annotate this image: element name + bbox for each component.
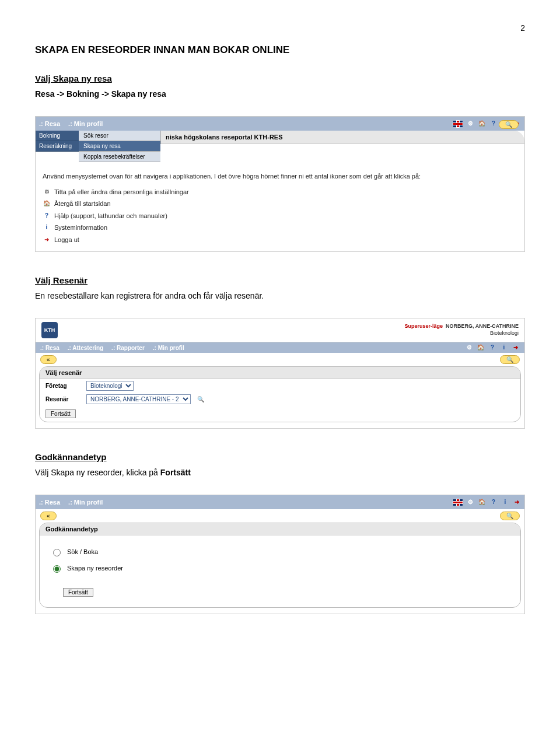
user-meta: Superuser-läge NORBERG, ANNE-CATHRINE Bi…: [404, 323, 519, 337]
nav-resa[interactable]: .: Resa: [39, 120, 60, 127]
submenu: Sök resor Skapa ny resa Koppla resebekrä…: [79, 131, 160, 162]
settings-icon[interactable]: ⚙: [466, 120, 474, 127]
left-chip[interactable]: «: [40, 355, 57, 364]
nav-resa[interactable]: .: Resa: [40, 345, 60, 351]
help-icon[interactable]: ?: [489, 499, 498, 506]
settings-icon[interactable]: ⚙: [465, 344, 473, 351]
panel-title: Godkännandetyp: [40, 523, 520, 535]
flag-uk-icon[interactable]: [453, 499, 463, 506]
help-icon: ?: [43, 212, 51, 219]
nav-rapporter[interactable]: .: Rapporter: [111, 345, 145, 351]
help-item-5: Logga ut: [54, 235, 79, 245]
fortsatt-button[interactable]: Fortsätt: [46, 409, 76, 418]
screenshot-1: .: Resa .: Min profil ⚙ 🏠 ? i ➜ Bokning …: [35, 116, 525, 252]
label-resenar: Resenär: [46, 396, 80, 402]
submenu-koppla[interactable]: Koppla resebekräftelser: [79, 152, 160, 162]
submenu-skapa-ny-resa[interactable]: Skapa ny resa: [79, 141, 160, 152]
home-icon[interactable]: 🏠: [478, 120, 486, 127]
nav-min-profil[interactable]: .: Min profil: [68, 499, 103, 506]
nav-min-profil[interactable]: .: Min profil: [68, 120, 103, 127]
info-icon: i: [43, 224, 51, 231]
select-resenar[interactable]: NORBERG, ANNE-CATHRINE - 2: [86, 394, 191, 404]
panel-title: Välj resenär: [40, 367, 520, 379]
label-foretag: Företag: [46, 383, 80, 389]
home-icon[interactable]: 🏠: [478, 499, 486, 506]
section-1-heading: Välj Skapa ny resa: [35, 73, 525, 83]
home-icon: 🏠: [43, 200, 51, 207]
nav-bar: .: Resa .: Attestering .: Rapporter .: M…: [36, 342, 524, 353]
help-item-4: Systeminformation: [54, 223, 107, 233]
right-chip[interactable]: 🔍: [500, 512, 520, 520]
home-icon[interactable]: 🏠: [477, 344, 485, 351]
intro-text: Använd menysystemet ovan för att naviger…: [43, 171, 517, 181]
fortsatt-button[interactable]: Fortsätt: [63, 588, 93, 597]
section-2-heading: Välj Resenär: [35, 275, 525, 285]
main-heading: SKAPA EN RESEORDER INNAN MAN BOKAR ONLIN…: [35, 44, 525, 56]
top-menu: .: Resa .: Min profil ⚙ 🏠 ? i ➜: [36, 495, 524, 509]
logout-icon[interactable]: ➜: [513, 499, 521, 506]
radio-sok-boka[interactable]: [53, 549, 61, 556]
panel-title: niska högskolans reseportal KTH-RES: [161, 131, 524, 144]
help-item-1: Titta på eller ändra dina personliga ins…: [54, 187, 189, 197]
nav-min-profil[interactable]: .: Min profil: [153, 345, 184, 351]
settings-icon: ⚙: [43, 188, 51, 195]
label-skapa-ny-reseorder: Skapa ny reseorder: [67, 565, 123, 572]
logout-icon: ➜: [43, 236, 51, 243]
section-2-text: En resebeställare kan registrera för and…: [35, 291, 525, 300]
search-chip[interactable]: 🔍: [499, 120, 519, 129]
side-reserakning[interactable]: Reseräkning: [36, 141, 79, 152]
info-icon[interactable]: i: [500, 344, 508, 351]
section-3-heading: Godkännandetyp: [35, 452, 525, 462]
label-sok-boka: Sök / Boka: [67, 548, 98, 555]
screenshot-2: KTH Superuser-läge NORBERG, ANNE-CATHRIN…: [35, 318, 525, 429]
help-icon[interactable]: ?: [489, 120, 498, 127]
nav-resa[interactable]: .: Resa: [39, 499, 60, 506]
select-foretag[interactable]: Bioteknologi: [86, 381, 134, 391]
right-chip[interactable]: 🔍: [500, 355, 520, 364]
kth-logo: KTH: [41, 322, 58, 338]
help-icon[interactable]: ?: [488, 344, 496, 351]
side-nav: Bokning Reseräkning: [36, 131, 79, 152]
left-chip[interactable]: «: [40, 512, 57, 520]
radio-skapa-ny-reseorder[interactable]: [53, 565, 61, 573]
lookup-icon[interactable]: 🔍: [197, 396, 205, 403]
top-menu: .: Resa .: Min profil ⚙ 🏠 ? i ➜: [36, 117, 524, 131]
logout-icon[interactable]: ➜: [512, 344, 520, 351]
info-icon[interactable]: i: [501, 499, 509, 506]
page-number: 2: [35, 23, 525, 33]
section-1-text: Resa -> Bokning -> Skapa ny resa: [35, 89, 525, 99]
side-bokning[interactable]: Bokning: [36, 131, 79, 141]
nav-attestering[interactable]: .: Attestering: [68, 345, 103, 351]
flag-uk-icon[interactable]: [453, 121, 463, 127]
help-item-2: Återgå till startsidan: [54, 199, 111, 209]
settings-icon[interactable]: ⚙: [466, 499, 474, 506]
screenshot-3: .: Resa .: Min profil ⚙ 🏠 ? i ➜ « 🔍 Godk…: [35, 495, 525, 614]
section-3-text: Välj Skapa ny reseorder, klicka på Forts…: [35, 468, 525, 477]
help-item-3: Hjälp (support, lathundar och manualer): [54, 211, 167, 221]
submenu-sok-resor[interactable]: Sök resor: [79, 131, 160, 141]
